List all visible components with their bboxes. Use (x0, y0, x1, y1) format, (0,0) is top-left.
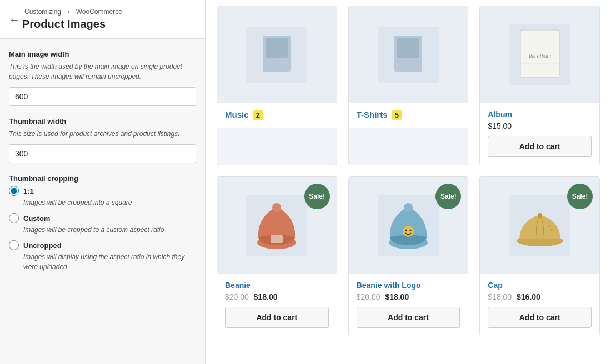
sidebar: ← Customizing › WooCommerce Product Imag… (0, 0, 206, 364)
svg-rect-12 (271, 235, 283, 243)
thumbnail-cropping-label: Thumbnail cropping (9, 174, 196, 183)
cropping-label-square: 1:1 (23, 187, 34, 195)
original-price-cap: $18.00 (488, 292, 512, 301)
product-image-svg-music (246, 24, 307, 85)
product-image-svg-tshirts (378, 24, 439, 85)
products-grid: Music 2 T-Shirts 5 (217, 0, 600, 336)
product-info-beanie-logo: Beanie with Logo $20.00 $18.00 Add to ca… (349, 274, 468, 336)
sale-price-cap: $16.00 (517, 292, 540, 301)
product-card-album: the album Album $15.00 Add to cart (479, 6, 600, 165)
product-card-music: Music 2 (217, 6, 337, 165)
svg-point-23 (548, 225, 550, 227)
thumbnail-cropping-group: Thumbnail cropping 1:1 Images will be cr… (9, 174, 196, 272)
add-to-cart-beanie-logo[interactable]: Add to cart (357, 307, 460, 328)
svg-rect-5 (397, 38, 419, 58)
product-image-album: the album (480, 6, 599, 103)
product-info-tshirts: T-Shirts 5 (349, 103, 468, 128)
product-card-tshirts: T-Shirts 5 (348, 6, 469, 165)
main-image-width-description: This is the width used by the main image… (9, 62, 196, 82)
cropping-option-custom: Custom Images will be cropped to a custo… (9, 213, 196, 235)
main-image-width-group: Main image width This is the width used … (9, 50, 196, 106)
product-price-beanie-logo: $20.00 $18.00 (357, 292, 460, 301)
page-title: Product Images (22, 18, 196, 31)
product-info-album: Album $15.00 Add to cart (480, 103, 599, 165)
svg-point-17 (403, 226, 414, 237)
category-badge-tshirts: 5 (392, 110, 402, 120)
product-image-music (217, 6, 337, 103)
cropping-desc-uncropped: Images will display using the aspect rat… (9, 252, 196, 272)
main-image-width-input[interactable] (9, 87, 196, 106)
product-image-beanie-logo: Sale! (349, 177, 468, 274)
product-name-album[interactable]: Album (488, 110, 592, 119)
sale-badge-beanie-logo: Sale! (435, 184, 461, 209)
product-image-beanie: Sale! (217, 177, 337, 274)
cropping-option-square: 1:1 Images will be cropped into a square (9, 186, 196, 208)
svg-rect-2 (266, 38, 288, 58)
product-price-beanie: $20.00 $18.00 (225, 292, 329, 301)
category-badge-music: 2 (253, 110, 263, 120)
back-icon: ← (9, 13, 20, 25)
breadcrumb-separator: › (67, 8, 69, 16)
svg-point-19 (409, 229, 411, 231)
product-price-cap: $18.00 $16.00 (488, 292, 592, 301)
thumbnail-width-description: This size is used for product archives a… (9, 129, 196, 139)
product-price-album: $15.00 (488, 122, 592, 130)
add-to-cart-beanie[interactable]: Add to cart (225, 307, 329, 328)
product-card-cap: Sale! (479, 176, 600, 336)
product-info-cap: Cap $18.00 $16.00 Add to cart (480, 274, 599, 336)
back-button[interactable]: ← (4, 11, 24, 28)
cropping-label-custom: Custom (23, 214, 50, 223)
svg-point-13 (272, 203, 281, 212)
product-info-music: Music 2 (217, 103, 337, 128)
thumbnail-width-label: Thumbnail width (9, 117, 196, 125)
sale-badge-beanie: Sale! (304, 184, 330, 209)
sidebar-content: Main image width This is the width used … (0, 39, 205, 294)
breadcrumb-current: WooCommerce (76, 8, 122, 16)
product-image-svg-album: the album (509, 24, 570, 85)
main-content: Music 2 T-Shirts 5 (206, 0, 611, 364)
main-image-width-label: Main image width (9, 50, 196, 58)
breadcrumb: Customizing › WooCommerce (22, 8, 196, 16)
product-name-beanie[interactable]: Beanie (225, 281, 329, 290)
product-name-cap[interactable]: Cap (488, 281, 592, 290)
product-info-beanie: Beanie $20.00 $18.00 Add to cart (217, 274, 337, 336)
add-to-cart-album[interactable]: Add to cart (488, 136, 592, 157)
cropping-radio-custom[interactable] (9, 213, 19, 223)
product-image-svg-beanie (246, 195, 307, 256)
cropping-option-uncropped: Uncropped Images will display using the … (9, 240, 196, 272)
product-name-tshirts[interactable]: T-Shirts 5 (357, 110, 460, 120)
product-card-beanie-logo: Sale! Beanie with Logo (348, 176, 469, 336)
sidebar-header: ← Customizing › WooCommerce Product Imag… (0, 0, 205, 39)
sale-price-beanie: $18.00 (254, 292, 278, 301)
original-price-beanie: $20.00 (225, 292, 249, 301)
product-name-beanie-logo[interactable]: Beanie with Logo (357, 281, 460, 290)
product-image-svg-beanie-logo (378, 195, 439, 256)
svg-point-18 (405, 229, 407, 231)
product-image-svg-cap (509, 195, 570, 256)
cropping-radio-square[interactable] (9, 186, 19, 196)
thumbnail-width-input[interactable] (9, 144, 196, 163)
product-card-beanie: Sale! Beanie $20.00 $18.00 (217, 176, 337, 336)
svg-point-22 (538, 213, 542, 218)
cropping-desc-square: Images will be cropped into a square (9, 198, 196, 208)
sale-price-beanie-logo: $18.00 (385, 292, 409, 301)
breadcrumb-parent: Customizing (24, 8, 61, 16)
thumbnail-width-group: Thumbnail width This size is used for pr… (9, 117, 196, 163)
original-price-beanie-logo: $20.00 (357, 292, 380, 301)
product-name-music[interactable]: Music 2 (225, 110, 329, 120)
product-image-tshirts (349, 6, 468, 103)
svg-point-16 (404, 203, 413, 212)
add-to-cart-cap[interactable]: Add to cart (488, 307, 592, 328)
cropping-label-uncropped: Uncropped (23, 241, 62, 250)
product-image-cap: Sale! (480, 177, 599, 274)
cropping-desc-custom: Images will be cropped to a custom aspec… (9, 225, 196, 235)
sale-badge-cap: Sale! (567, 184, 593, 209)
svg-text:the album: the album (529, 53, 551, 59)
cropping-radio-uncropped[interactable] (9, 240, 19, 250)
svg-point-24 (550, 229, 553, 231)
